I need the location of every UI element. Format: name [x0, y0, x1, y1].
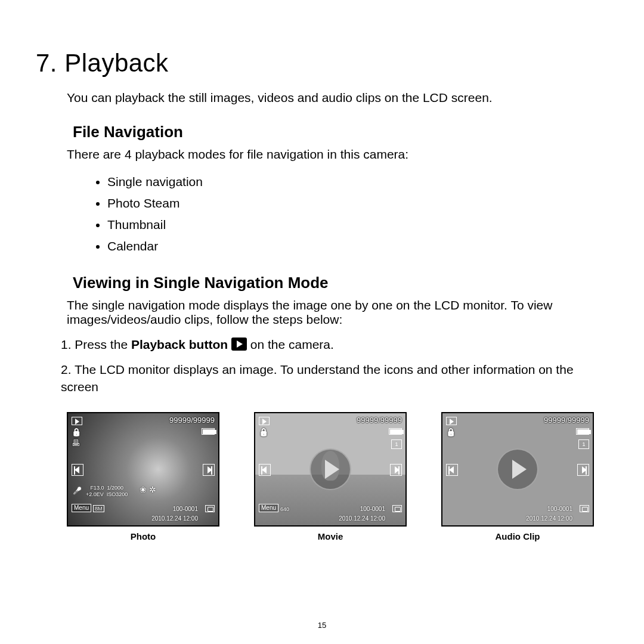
photo-extra-icons: ❀ ✲: [140, 485, 156, 494]
nav-prev-icon: [446, 464, 458, 476]
file-number: 100-0001: [173, 506, 198, 512]
nav-next-icon: [577, 464, 589, 476]
nav-prev-icon: [72, 464, 83, 476]
screenshot-movie-column: 99999/99999 Menu 640 100-0001 2010.12.24…: [254, 412, 407, 541]
section-file-navigation-text: There are 4 playback modes for file navi…: [67, 147, 608, 162]
page-number: 15: [0, 621, 644, 630]
caption-movie: Movie: [254, 531, 407, 541]
file-number: 100-0001: [547, 506, 572, 512]
memory-card-icon: [205, 505, 215, 512]
lock-icon: [72, 428, 81, 436]
nav-next-icon: [390, 464, 402, 476]
movie-size-badge: 640: [280, 506, 289, 512]
battery-icon: [389, 426, 402, 435]
playback-mode-icon: [446, 416, 457, 425]
lock-icon: [259, 428, 268, 436]
playback-mode-icon: [72, 416, 82, 425]
image-size-badge: 8M: [93, 505, 104, 512]
datetime-stamp: 2010.12.24 12:00: [526, 515, 572, 522]
intro-text: You can playback the still images, video…: [67, 91, 608, 105]
playback-mode-icon: [259, 416, 270, 425]
battery-icon: [202, 426, 215, 435]
playback-button-icon: [231, 338, 247, 351]
step-1-bold: Playback button: [131, 338, 228, 351]
photo-exif-params: F13.0 1/2000 +2.0EV ISO3200: [86, 485, 128, 498]
lcd-audio-screen: 99999/99999 100-0001 2010.12.24 12:00: [441, 412, 594, 527]
mode-item: Photo Steam: [107, 193, 608, 214]
center-play-icon: [497, 448, 538, 490]
mode-item: Calendar: [107, 236, 608, 257]
step-1: 1. Press the Playback button on the came…: [61, 336, 608, 353]
file-counter: 99999/99999: [357, 416, 402, 425]
printer-icon: [72, 438, 80, 448]
memory-card-icon: [392, 505, 402, 512]
step-2: 2. The LCD monitor displays an image. To…: [61, 361, 608, 395]
voice-memo-icon: [72, 485, 82, 496]
step-1-pre: 1. Press the: [61, 338, 131, 351]
section-single-nav-heading: Viewing in Single Navigation Mode: [73, 274, 608, 292]
screenshot-photo-column: 99999/99999 F13.0 1/2000 +2.0EV ISO3200 …: [67, 412, 219, 541]
section-single-nav-text: The single navigation mode displays the …: [67, 298, 608, 327]
lcd-movie-screen: 99999/99999 Menu 640 100-0001 2010.12.24…: [254, 412, 407, 527]
mode-item: Thumbnail: [107, 214, 608, 236]
lcd-screenshots-row: 99999/99999 F13.0 1/2000 +2.0EV ISO3200 …: [67, 412, 608, 541]
step-1-post: on the camera.: [247, 338, 334, 351]
screenshot-audio-column: 99999/99999 100-0001 2010.12.24 12:00 Au…: [441, 412, 594, 541]
menu-button-label: Menu: [259, 504, 278, 512]
datetime-stamp: 2010.12.24 12:00: [151, 515, 198, 522]
dpof-icon: [578, 439, 589, 449]
nav-next-icon: [203, 464, 215, 476]
datetime-stamp: 2010.12.24 12:00: [339, 515, 385, 522]
lcd-photo-screen: 99999/99999 F13.0 1/2000 +2.0EV ISO3200 …: [67, 412, 219, 527]
battery-icon: [576, 426, 589, 435]
chapter-title: 7. Playback: [36, 49, 608, 78]
file-number: 100-0001: [360, 506, 385, 512]
lock-icon: [446, 428, 456, 436]
dpof-icon: [391, 439, 402, 449]
section-file-navigation-heading: File Navigation: [73, 123, 608, 141]
caption-audio: Audio Clip: [441, 531, 594, 541]
nav-prev-icon: [259, 464, 271, 476]
file-counter: 99999/99999: [544, 416, 589, 425]
mode-item: Single navigation: [107, 171, 608, 193]
memory-card-icon: [580, 505, 589, 512]
menu-button-label: Menu: [72, 504, 91, 512]
caption-photo: Photo: [67, 531, 219, 541]
center-play-icon: [309, 448, 351, 490]
playback-modes-list: Single navigation Photo Steam Thumbnail …: [107, 171, 608, 257]
file-counter: 99999/99999: [169, 416, 215, 425]
